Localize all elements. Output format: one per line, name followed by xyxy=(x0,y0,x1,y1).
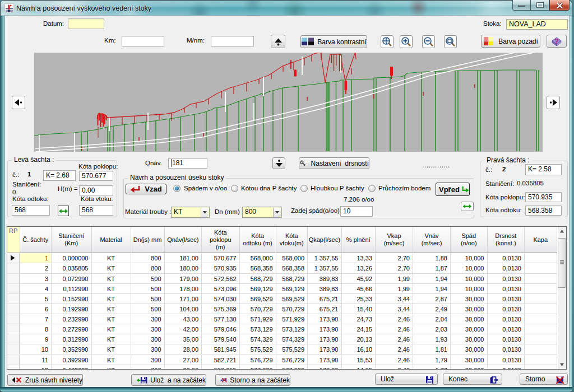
svg-text:?: ? xyxy=(554,38,558,45)
